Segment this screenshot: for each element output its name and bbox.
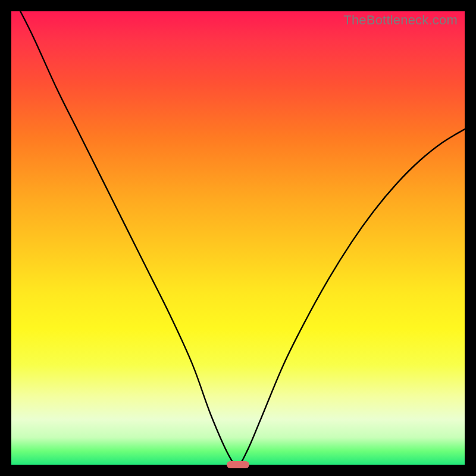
chart-frame: TheBottleneck.com [0,0,476,476]
plot-area: TheBottleneck.com [11,11,465,465]
minimum-marker [227,461,249,468]
bottleneck-curve [11,11,465,465]
